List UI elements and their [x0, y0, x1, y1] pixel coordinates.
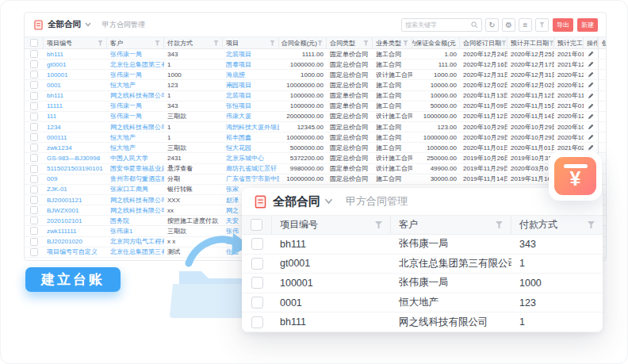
cell[interactable]: 1234: [44, 122, 107, 132]
row-checkbox[interactable]: [251, 258, 263, 270]
cell[interactable]: 张伟康1: [107, 226, 164, 236]
cell[interactable]: bh111: [272, 312, 391, 331]
cell[interactable]: 网之线科技有限公司: [107, 205, 164, 215]
cell[interactable]: 100001: [44, 70, 107, 79]
row-checkbox[interactable]: [30, 154, 38, 162]
row-checkbox[interactable]: [30, 165, 38, 173]
cell[interactable]: 南园项目: [223, 80, 279, 90]
cell[interactable]: BJ20201020: [44, 237, 107, 247]
cell[interactable]: 恒大地产: [107, 143, 164, 152]
row-checkbox[interactable]: [30, 123, 38, 131]
filter-funnel-icon[interactable]: [496, 221, 503, 228]
cell[interactable]: 2020102101: [44, 216, 107, 225]
edit-pencil-icon[interactable]: [588, 103, 594, 109]
cell[interactable]: 11111: [44, 102, 107, 111]
row-checkbox[interactable]: [30, 144, 38, 151]
cell[interactable]: 北京住总集团第三有限公司: [391, 255, 511, 274]
cell[interactable]: bh111: [44, 91, 107, 101]
cell[interactable]: 张伟康一局: [391, 274, 511, 293]
cell[interactable]: 恒大地产: [107, 80, 164, 90]
create-button[interactable]: 新建: [577, 18, 598, 32]
cell[interactable]: 北京住总集团第三有限公司: [107, 59, 164, 69]
cell[interactable]: 网之线科技有限公司: [107, 122, 164, 132]
cell[interactable]: 张伟康一局: [391, 235, 511, 254]
search-icon[interactable]: [471, 21, 478, 29]
cell[interactable]: 000111: [44, 132, 107, 142]
cell[interactable]: 国泰项目: [223, 59, 279, 69]
cell[interactable]: 国务院: [107, 216, 164, 225]
filter-icon[interactable]: [535, 18, 549, 32]
filter-funnel-icon[interactable]: [213, 40, 219, 46]
chevron-down-icon[interactable]: [85, 22, 91, 27]
filter-funnel-icon[interactable]: [549, 40, 554, 46]
row-checkbox[interactable]: [30, 248, 38, 256]
cell[interactable]: 北京住总集团第三有限公司: [107, 247, 164, 257]
cell[interactable]: 北京同方电气工程有限公司: [107, 237, 164, 247]
cell[interactable]: 项目编号可自定义: [44, 247, 107, 257]
cell[interactable]: gt0001: [272, 255, 391, 274]
cell[interactable]: 中国人民大学: [107, 153, 164, 163]
filter-funnel-icon[interactable]: [363, 40, 369, 46]
cell[interactable]: 裕丰国鑫: [223, 132, 279, 142]
edit-pencil-icon[interactable]: [588, 93, 594, 99]
row-checkbox[interactable]: [30, 186, 38, 193]
cell[interactable]: 0001: [272, 293, 391, 312]
cell[interactable]: 廊坊孔雀城汇景轩: [223, 164, 279, 174]
cell[interactable]: 网之线科技有限公司: [391, 312, 511, 331]
cell[interactable]: 广东省晋宁市新中医医院…: [223, 174, 279, 184]
filter-funnel-icon[interactable]: [403, 40, 408, 46]
row-checkbox[interactable]: [30, 175, 38, 183]
edit-pencil-icon[interactable]: [588, 61, 594, 67]
filter-funnel-icon[interactable]: [375, 221, 382, 228]
export-button[interactable]: 导出: [553, 18, 573, 32]
cell[interactable]: 张恒项目: [223, 102, 279, 111]
filter-funnel-icon[interactable]: [501, 40, 507, 46]
cell[interactable]: GS-983—BJ30998: [44, 153, 107, 163]
row-checkbox[interactable]: [30, 113, 38, 121]
row-checkbox[interactable]: [30, 102, 38, 110]
cell[interactable]: 北装项目: [223, 49, 279, 59]
cell[interactable]: 鸿鹄科技大厦外墙施工项目: [223, 122, 279, 132]
row-checkbox[interactable]: [30, 50, 38, 58]
cell[interactable]: 张伟康一局: [107, 70, 164, 79]
edit-pencil-icon[interactable]: [588, 124, 594, 130]
row-checkbox[interactable]: [30, 60, 38, 68]
cell[interactable]: 北京乐城中心: [223, 153, 279, 163]
cell[interactable]: bh111: [44, 49, 107, 59]
cell[interactable]: 张伟康一局: [107, 112, 164, 121]
cell[interactable]: BJWZX001: [44, 205, 107, 215]
row-checkbox[interactable]: [30, 71, 38, 79]
cell[interactable]: 张伟康一局: [107, 49, 164, 59]
select-all-checkbox[interactable]: [251, 219, 262, 231]
filter-funnel-icon[interactable]: [317, 40, 323, 46]
edit-pencil-icon[interactable]: [588, 71, 594, 78]
cell[interactable]: 网之线科技有限公司: [107, 91, 164, 101]
row-checkbox[interactable]: [30, 196, 38, 204]
cell[interactable]: 111: [44, 112, 107, 121]
cell[interactable]: 北装项目: [223, 91, 279, 101]
gear-icon[interactable]: ⚙: [502, 18, 515, 32]
cell[interactable]: 贵州市都匀重酒店服务有…: [107, 174, 164, 184]
cell[interactable]: zwk1234: [44, 143, 107, 152]
row-checkbox[interactable]: [30, 81, 38, 89]
filter-funnel-icon[interactable]: [588, 221, 595, 228]
row-checkbox[interactable]: [251, 277, 263, 289]
row-checkbox[interactable]: [251, 297, 263, 308]
row-checkbox[interactable]: [251, 238, 263, 250]
row-checkbox[interactable]: [30, 227, 38, 235]
edit-pencil-icon[interactable]: [588, 134, 594, 140]
cell[interactable]: 张伟康一局: [107, 102, 164, 111]
cell[interactable]: ZJK-01: [44, 185, 107, 194]
edit-pencil-icon[interactable]: [588, 82, 594, 88]
cell[interactable]: 国安华夏幸福基业房地产…: [107, 164, 164, 174]
edit-pencil-icon[interactable]: [588, 113, 594, 120]
cell[interactable]: 100001: [272, 274, 391, 293]
cell[interactable]: 恒大花园: [223, 143, 279, 152]
cell[interactable]: zwk111111: [44, 226, 107, 236]
row-checkbox[interactable]: [251, 316, 263, 328]
filter-funnel-icon[interactable]: [270, 40, 275, 46]
cell[interactable]: 恒大地产: [391, 293, 511, 312]
cell[interactable]: 张家口工商局: [107, 185, 164, 194]
cell[interactable]: 伟康大厦: [223, 112, 279, 121]
cell[interactable]: 网之线科技有限公司: [107, 195, 164, 205]
